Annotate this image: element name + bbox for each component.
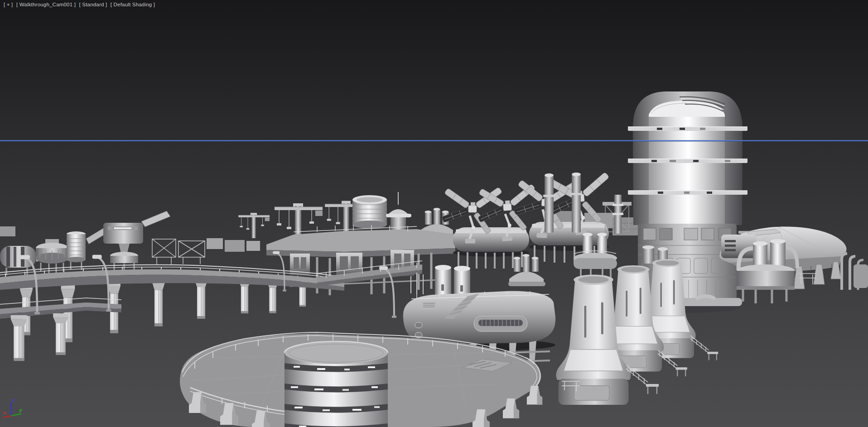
viewport-menu-button[interactable]: [ + ] — [4, 2, 13, 7]
horizon-line — [0, 140, 868, 142]
world-axis-gizmo: x y z — [3, 398, 23, 417]
viewport-shading-label[interactable]: [ Default Shading ] — [111, 2, 155, 7]
3d-viewport[interactable]: x y z [ + ] [ Walkthrough_Cam001 ] [ Sta… — [0, 0, 868, 427]
scene-root[interactable] — [0, 91, 868, 427]
z-axis-label: z — [12, 398, 15, 403]
scene-canvas[interactable]: x y z — [0, 0, 868, 427]
viewport-camera-label[interactable]: [ Walkthrough_Cam001 ] — [16, 2, 76, 7]
satellite-arrays[interactable] — [442, 172, 644, 269]
x-axis-label: x — [3, 410, 6, 415]
machinery-row-left[interactable] — [0, 211, 260, 275]
hangar-saucer[interactable] — [719, 226, 868, 303]
cylindrical-tower-building[interactable] — [285, 341, 388, 427]
y-axis-label: y — [19, 408, 23, 413]
x-axis-line — [3, 416, 11, 417]
viewport-label-bar: [ + ] [ Walkthrough_Cam001 ] [ Standard … — [4, 2, 157, 7]
y-axis-line — [11, 414, 21, 416]
viewport-renderer-label[interactable]: [ Standard ] — [79, 2, 107, 7]
